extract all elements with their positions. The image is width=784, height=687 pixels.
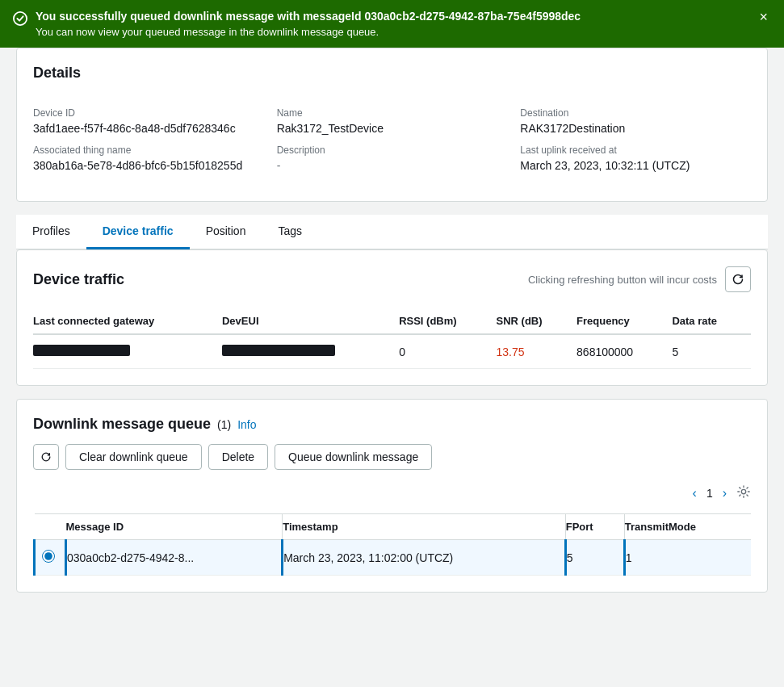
queue-downlink-button[interactable]: Queue downlink message xyxy=(275,444,432,470)
associated-thing-value: 380ab16a-5e78-4d86-bfc6-5b15f018255d xyxy=(33,159,264,172)
row-select-cell xyxy=(35,540,66,576)
banner-content: You successfully queued downlink message… xyxy=(13,10,581,38)
next-page-button[interactable]: › xyxy=(719,483,730,504)
settings-icon xyxy=(736,484,751,499)
clear-queue-button[interactable]: Clear downlink queue xyxy=(65,444,202,470)
current-page: 1 xyxy=(706,487,713,500)
details-grid: Device ID 3afd1aee-f57f-486c-8a48-d5df76… xyxy=(33,94,751,185)
last-uplink-value: March 23, 2023, 10:32:11 (UTCZ) xyxy=(520,159,751,172)
destination-label: Destination xyxy=(520,107,751,119)
name-value: Rak3172_TestDevice xyxy=(277,122,508,135)
device-id-item: Device ID 3afd1aee-f57f-486c-8a48-d5df76… xyxy=(33,107,264,172)
table-settings-button[interactable] xyxy=(736,484,751,503)
message-id-cell: 030a0cb2-d275-4942-8... xyxy=(66,540,283,576)
name-item: Name Rak3172_TestDevice Description - xyxy=(277,107,508,172)
queue-header: Downlink message queue (1) Info xyxy=(33,416,751,433)
refresh-icon xyxy=(732,273,744,286)
close-banner-button[interactable]: × xyxy=(756,10,771,24)
col-frequency: Frequency xyxy=(576,308,672,334)
details-card: Details Device ID 3afd1aee-f57f-486c-8a4… xyxy=(16,48,768,202)
device-traffic-title: Device traffic xyxy=(33,271,124,288)
refresh-hint-area: Clicking refreshing button will incur co… xyxy=(528,266,751,292)
transmit-mode-cell: 1 xyxy=(624,540,751,576)
associated-thing-label: Associated thing name xyxy=(33,145,264,156)
device-traffic-section: Device traffic Clicking refreshing butto… xyxy=(16,249,768,386)
device-traffic-refresh-button[interactable] xyxy=(725,266,751,292)
device-id-value: 3afd1aee-f57f-486c-8a48-d5df7628346c xyxy=(33,122,264,135)
refresh-hint-text: Clicking refreshing button will incur co… xyxy=(528,274,717,286)
data-rate-cell: 5 xyxy=(672,334,751,369)
last-uplink-label: Last uplink received at xyxy=(520,145,751,156)
delete-button[interactable]: Delete xyxy=(208,444,268,470)
col-timestamp: Timestamp xyxy=(283,514,566,540)
col-gateway: Last connected gateway xyxy=(33,308,222,334)
col-rssi: RSSI (dBm) xyxy=(399,308,496,334)
rssi-cell: 0 xyxy=(399,334,496,369)
downlink-queue-section: Downlink message queue (1) Info Clear do… xyxy=(16,399,768,593)
refresh-icon-small xyxy=(40,451,52,463)
svg-point-0 xyxy=(14,12,27,25)
queue-refresh-button[interactable] xyxy=(33,444,59,470)
queue-title: Downlink message queue xyxy=(33,416,211,433)
device-traffic-table: Last connected gateway DevEUI RSSI (dBm)… xyxy=(33,308,751,369)
gateway-redacted xyxy=(33,345,130,356)
destination-item: Destination RAK3172Destination Last upli… xyxy=(520,107,751,172)
deveui-redacted xyxy=(222,345,335,356)
col-data-rate: Data rate xyxy=(672,308,751,334)
queue-table-row: 030a0cb2-d275-4942-8... March 23, 2023, … xyxy=(35,540,752,576)
success-icon xyxy=(13,11,27,26)
prev-page-button[interactable]: ‹ xyxy=(690,483,700,504)
fport-cell: 5 xyxy=(565,540,624,576)
success-banner: You successfully queued downlink message… xyxy=(0,0,784,48)
destination-value: RAK3172Destination xyxy=(520,122,751,135)
tabs-container: Profiles Device traffic Position Tags xyxy=(16,215,768,249)
row-radio[interactable] xyxy=(42,550,55,563)
queue-actions: Clear downlink queue Delete Queue downli… xyxy=(33,444,751,470)
tab-device-traffic[interactable]: Device traffic xyxy=(86,215,190,249)
col-fport: FPort xyxy=(565,514,624,540)
device-traffic-header: Device traffic Clicking refreshing butto… xyxy=(33,266,751,292)
frequency-cell: 868100000 xyxy=(576,334,672,369)
device-id-label: Device ID xyxy=(33,107,264,119)
description-label: Description xyxy=(277,145,508,156)
details-header: Details xyxy=(33,65,751,82)
tab-position[interactable]: Position xyxy=(190,215,262,249)
main-content: Details Device ID 3afd1aee-f57f-486c-8a4… xyxy=(0,48,784,622)
queue-info-link[interactable]: Info xyxy=(237,418,256,431)
gateway-cell xyxy=(33,334,222,369)
tab-tags[interactable]: Tags xyxy=(262,215,318,249)
col-select xyxy=(35,514,66,540)
name-label: Name xyxy=(277,107,508,119)
queue-count: (1) xyxy=(217,418,231,431)
queue-table: Message ID Timestamp FPort TransmitMode … xyxy=(33,513,751,576)
table-row: 0 13.75 868100000 5 xyxy=(33,334,751,369)
deveui-cell xyxy=(222,334,399,369)
description-value: - xyxy=(277,159,508,172)
banner-subtitle: You can now view your queued message in … xyxy=(36,26,581,38)
timestamp-cell: March 23, 2023, 11:02:00 (UTCZ) xyxy=(283,540,566,576)
pagination-bar: ‹ 1 › xyxy=(33,483,751,504)
col-snr: SNR (dB) xyxy=(497,308,577,334)
col-transmit-mode: TransmitMode xyxy=(624,514,751,540)
banner-text: You successfully queued downlink message… xyxy=(36,10,581,38)
col-message-id: Message ID xyxy=(66,514,283,540)
snr-cell: 13.75 xyxy=(497,334,577,369)
banner-title: You successfully queued downlink message… xyxy=(36,10,581,23)
tab-profiles[interactable]: Profiles xyxy=(16,215,86,249)
col-deveui: DevEUI xyxy=(222,308,399,334)
svg-point-1 xyxy=(741,489,745,493)
